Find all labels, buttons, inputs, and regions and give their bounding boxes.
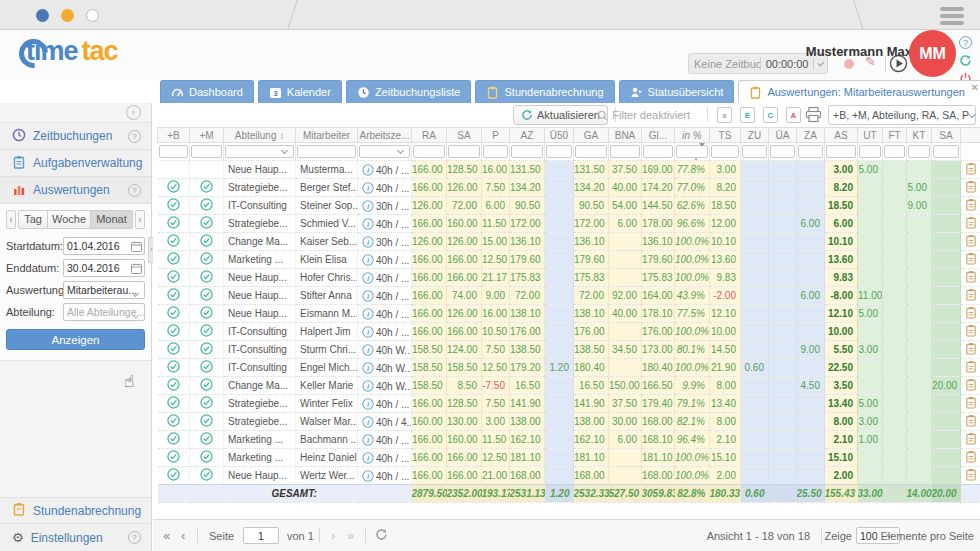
table-row[interactable]: IT-ConsultingHalpert Jimi40h / ...166.00…: [158, 323, 980, 341]
col-header-ft[interactable]: FT: [883, 128, 907, 143]
tab-kalender[interactable]: 3 Kalender: [258, 80, 342, 103]
sidebar-item-aufgabenverwaltung[interactable]: Aufgabenverwaltung ?: [0, 150, 151, 177]
table-row[interactable]: Change Ma...Keller Mariei40h W...158.508…: [158, 377, 980, 395]
table-row[interactable]: Strategiebe...Schmied V...i40h / ...166.…: [158, 215, 980, 233]
check-icon[interactable]: [167, 360, 180, 373]
info-icon[interactable]: i: [362, 254, 374, 266]
table-row[interactable]: Neue Haup...Wertz Wer...i40h / ...166.00…: [158, 467, 980, 485]
check-icon[interactable]: [200, 360, 213, 373]
check-icon[interactable]: [200, 342, 213, 355]
filter-input-sa[interactable]: [448, 145, 480, 158]
filter-input-za[interactable]: [798, 145, 823, 158]
refresh-icon[interactable]: [375, 528, 388, 543]
export-pdf-icon[interactable]: A: [786, 107, 801, 123]
table-row[interactable]: Marketing ...Bachmann ...i40h / ...166.0…: [158, 431, 980, 449]
filter-deaktiviert-button[interactable]: Filter deaktiviert: [589, 105, 698, 125]
report-icon[interactable]: [965, 234, 977, 247]
check-icon[interactable]: [167, 180, 180, 193]
calendar-icon[interactable]: [131, 263, 142, 276]
report-icon[interactable]: [965, 414, 977, 427]
check-icon[interactable]: [200, 432, 213, 445]
filter-input-in_pct[interactable]: [676, 145, 708, 158]
timetac-logo[interactable]: timetac: [26, 36, 118, 76]
filter-input-ue50[interactable]: [546, 145, 572, 158]
filter-input-kt[interactable]: [908, 145, 930, 158]
col-header-sa2[interactable]: SA: [932, 128, 961, 143]
col-header-za[interactable]: ZA: [797, 128, 825, 143]
check-icon[interactable]: [200, 234, 213, 247]
info-icon[interactable]: i: [362, 182, 374, 194]
info-icon[interactable]: i: [362, 470, 374, 482]
filter-input-mitarbeiter[interactable]: [297, 145, 356, 158]
filter-input-sa2[interactable]: [933, 145, 959, 158]
check-icon[interactable]: [167, 198, 180, 211]
table-row[interactable]: Strategiebe...Walser Mar...i40h / 4...16…: [158, 413, 980, 431]
col-header-ra[interactable]: RA: [412, 128, 447, 143]
check-icon[interactable]: [200, 396, 213, 409]
check-icon[interactable]: [200, 216, 213, 229]
calendar-icon[interactable]: [131, 241, 142, 254]
first-page-icon[interactable]: «: [163, 529, 170, 542]
check-icon[interactable]: [167, 288, 180, 301]
filter-input-zu[interactable]: [742, 145, 767, 158]
check-icon[interactable]: [167, 414, 180, 427]
anzeigen-button[interactable]: Anzeigen: [6, 329, 145, 350]
check-icon[interactable]: [167, 270, 180, 283]
col-header-az[interactable]: AZ: [510, 128, 545, 143]
col-header-ga[interactable]: GA: [574, 128, 609, 143]
tab-stundenabrechnung[interactable]: Stundenabrechnung: [475, 80, 614, 103]
filter-input-gl[interactable]: [643, 145, 673, 158]
check-icon[interactable]: [200, 180, 213, 193]
check-icon[interactable]: [200, 306, 213, 319]
table-row[interactable]: Neue Haup...Hofer Chris...i40h / ...166.…: [158, 269, 980, 287]
col-header-ut[interactable]: UT: [858, 128, 883, 143]
check-icon[interactable]: [167, 342, 180, 355]
report-icon[interactable]: [965, 396, 977, 409]
table-row[interactable]: Neue Haup...Musterma...i40h / ...166.001…: [158, 161, 980, 179]
info-icon[interactable]: i: [362, 218, 374, 230]
info-icon[interactable]: i: [362, 398, 374, 410]
col-header-kt[interactable]: KT: [907, 128, 932, 143]
filter-input-ut[interactable]: [859, 145, 881, 158]
col-header-report[interactable]: [961, 128, 980, 143]
tab-zeitbuchungsliste[interactable]: Zeitbuchungsliste: [346, 80, 472, 103]
filter-input-arbeitszeit[interactable]: [359, 145, 410, 158]
help-icon[interactable]: ?: [959, 36, 972, 49]
window-close-button[interactable]: [36, 9, 49, 22]
report-icon[interactable]: [965, 216, 977, 229]
menu-icon[interactable]: [940, 7, 964, 28]
check-icon[interactable]: [200, 324, 213, 337]
report-icon[interactable]: [965, 306, 977, 319]
info-icon[interactable]: i: [362, 416, 374, 428]
report-icon[interactable]: [965, 378, 977, 391]
check-icon[interactable]: [200, 198, 213, 211]
check-icon[interactable]: [167, 450, 180, 463]
filter-input-pm[interactable]: [191, 145, 222, 158]
col-header-as[interactable]: AS: [825, 128, 858, 143]
last-page-icon[interactable]: »: [347, 529, 354, 542]
info-icon[interactable]: i: [362, 236, 374, 248]
check-icon[interactable]: [200, 270, 213, 283]
prev-period-button[interactable]: ‹: [6, 210, 16, 229]
check-icon[interactable]: [167, 306, 180, 319]
period-monat-button[interactable]: Monat: [91, 210, 133, 229]
close-icon[interactable]: ✕: [971, 82, 979, 93]
check-icon[interactable]: [167, 396, 180, 409]
check-icon[interactable]: [167, 234, 180, 247]
export-excel-icon[interactable]: x: [717, 107, 732, 123]
filter-input-bna[interactable]: [610, 145, 640, 158]
refresh-icon[interactable]: [959, 54, 972, 67]
report-icon[interactable]: [965, 360, 977, 373]
col-header-pb[interactable]: +B: [158, 128, 190, 143]
help-icon[interactable]: ?: [128, 184, 141, 197]
page-number-input[interactable]: 1: [243, 527, 279, 544]
filter-input-as[interactable]: [826, 145, 856, 158]
report-icon[interactable]: [965, 450, 977, 463]
table-row[interactable]: Change Ma...Kaiser Seb...i30h / ...126.0…: [158, 233, 980, 251]
enddatum-input[interactable]: 30.04.2016: [63, 259, 145, 277]
check-icon[interactable]: [167, 324, 180, 337]
next-period-button[interactable]: ›: [135, 210, 145, 229]
filter-input-pb[interactable]: [159, 145, 189, 158]
info-icon[interactable]: i: [362, 272, 374, 284]
col-header-abteilung[interactable]: Abteilung ↕: [224, 128, 296, 143]
